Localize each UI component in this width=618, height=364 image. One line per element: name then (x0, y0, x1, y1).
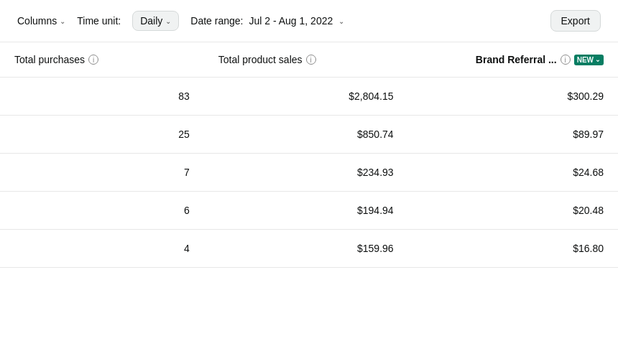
cell-brand: $300.29 (408, 78, 618, 116)
col-brand-label: Brand Referral ... (476, 54, 557, 65)
cell-sales: $234.93 (204, 154, 408, 192)
table-row: 6$194.94$20.48 (0, 192, 618, 230)
cell-sales: $194.94 (204, 192, 408, 230)
cell-purchases: 25 (0, 116, 204, 154)
table-header-row: Total purchases i Total product sales i … (0, 42, 618, 78)
export-button[interactable]: Export (550, 10, 601, 32)
cell-purchases: 4 (0, 230, 204, 268)
cell-brand: $24.68 (408, 154, 618, 192)
cell-purchases: 83 (0, 78, 204, 116)
cell-brand: $16.80 (408, 230, 618, 268)
cell-brand: $89.97 (408, 116, 618, 154)
data-table: Total purchases i Total product sales i … (0, 42, 618, 268)
new-badge[interactable]: NEW ⌄ (574, 55, 604, 65)
columns-label: Columns (17, 15, 57, 27)
toolbar: Columns ⌄ Time unit: Daily ⌄ Date range:… (0, 0, 618, 42)
timeunit-dropdown[interactable]: Daily ⌄ (132, 11, 179, 31)
daterange-section: Date range: Jul 2 - Aug 1, 2022 ⌄ (190, 15, 344, 27)
data-table-container: Total purchases i Total product sales i … (0, 42, 618, 268)
cell-brand: $20.48 (408, 192, 618, 230)
timeunit-chevron-icon: ⌄ (165, 17, 171, 25)
new-badge-chevron-icon: ⌄ (595, 56, 601, 63)
daterange-value: Jul 2 - Aug 1, 2022 (249, 15, 333, 27)
col-header-sales: Total product sales i (204, 42, 408, 78)
columns-dropdown[interactable]: Columns ⌄ (17, 15, 65, 27)
col-purchases-label: Total purchases (14, 54, 85, 65)
cell-sales: $159.96 (204, 230, 408, 268)
columns-chevron-icon: ⌄ (60, 17, 65, 25)
cell-purchases: 7 (0, 154, 204, 192)
table-row: 25$850.74$89.97 (0, 116, 618, 154)
col-header-brand: Brand Referral ... i NEW ⌄ (408, 42, 618, 78)
col-purchases-info-icon[interactable]: i (88, 55, 98, 65)
daterange-chevron-icon[interactable]: ⌄ (338, 17, 344, 25)
col-sales-label: Total product sales (218, 54, 303, 65)
cell-sales: $2,804.15 (204, 78, 408, 116)
col-sales-info-icon[interactable]: i (306, 55, 316, 65)
table-row: 83$2,804.15$300.29 (0, 78, 618, 116)
timeunit-label: Time unit: (77, 15, 121, 27)
daterange-label: Date range: (190, 15, 243, 27)
cell-purchases: 6 (0, 192, 204, 230)
cell-sales: $850.74 (204, 116, 408, 154)
table-row: 4$159.96$16.80 (0, 230, 618, 268)
timeunit-value: Daily (140, 15, 162, 27)
col-brand-info-icon[interactable]: i (561, 55, 571, 65)
col-header-purchases: Total purchases i (0, 42, 204, 78)
new-badge-label: NEW (577, 56, 594, 64)
table-body: 83$2,804.15$300.2925$850.74$89.977$234.9… (0, 78, 618, 268)
table-row: 7$234.93$24.68 (0, 154, 618, 192)
